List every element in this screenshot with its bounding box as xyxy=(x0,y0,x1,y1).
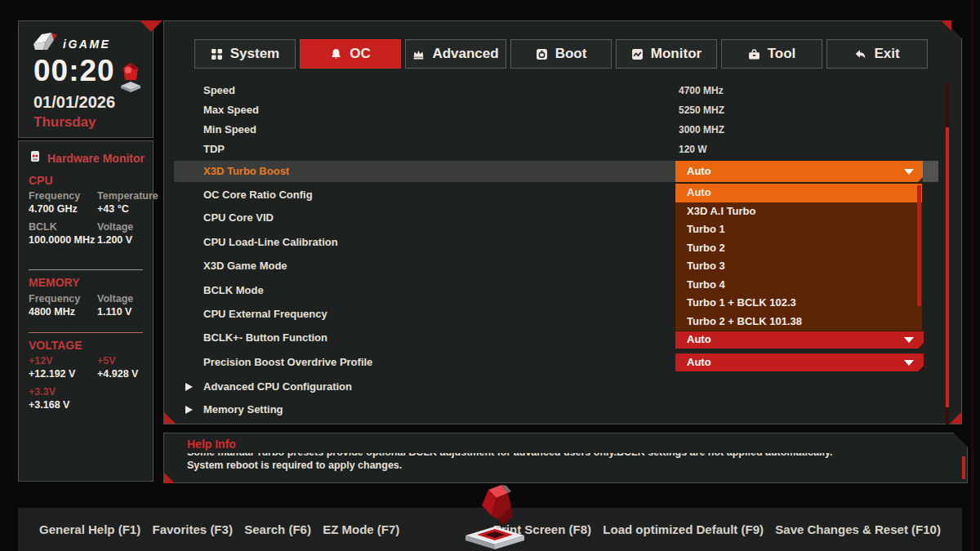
red-corner-accent xyxy=(164,473,175,483)
mem-frequency-label: Frequency xyxy=(29,293,97,304)
footer-favorites[interactable]: Favorites (F3) xyxy=(153,522,233,536)
voltage-section-title: VOLTAGE xyxy=(29,339,82,352)
submenu-label: Advanced CPU Configuration xyxy=(203,379,352,395)
dropdown-item-turbo-3[interactable]: Turbo 3 xyxy=(675,257,922,276)
clock-date: 01/01/2026 xyxy=(33,93,115,112)
dropdown-item-turbo-1[interactable]: Turbo 1 xyxy=(675,220,922,239)
red-corner-accent xyxy=(140,20,151,32)
footer-ez-mode[interactable]: EZ Mode (F7) xyxy=(323,522,399,536)
back-arrow-icon xyxy=(854,48,866,60)
monitor-chip-icon xyxy=(29,149,42,167)
setting-row-tdp[interactable]: TDP 120 W xyxy=(203,141,938,158)
select-value: Auto xyxy=(687,161,711,182)
tab-system[interactable]: System xyxy=(194,39,296,69)
setting-label: Precision Boost Overdrive Profile xyxy=(203,356,372,368)
clock-day: Thursday xyxy=(33,114,96,131)
hardware-monitor-title: Hardware Monitor xyxy=(47,152,145,165)
setting-row-min-speed[interactable]: Min Speed 3000 MHZ xyxy=(203,122,938,138)
corner-notch xyxy=(918,343,924,349)
tab-exit[interactable]: Exit xyxy=(826,39,928,69)
mem-voltage-value: 1.110 V xyxy=(97,306,148,318)
tab-oc[interactable]: OC xyxy=(300,39,401,69)
dropdown-item-turbo-2-bclk[interactable]: Turbo 2 + BCLK 101.38 xyxy=(675,313,922,331)
rail-3v3-label: +3.3V xyxy=(29,386,97,398)
setting-label: BCLK Mode xyxy=(203,284,264,296)
igame-logo: iGAME xyxy=(32,29,146,54)
arrow-right-icon xyxy=(185,406,193,414)
setting-label: BCLK+- Button Function xyxy=(203,331,327,344)
top-nav: System OC Advanced Boot Monitor Tool Exi… xyxy=(194,39,928,69)
dropdown-item-auto[interactable]: Auto xyxy=(675,184,922,202)
mem-frequency-value: 4800 MHz xyxy=(29,306,97,318)
cpu-temperature-label: Temperature xyxy=(97,190,158,202)
cpu-readings: Frequency Temperature 4.700 GHz +43 °C B… xyxy=(29,190,148,252)
select-value: Auto xyxy=(687,353,711,371)
divider xyxy=(29,269,143,270)
footer-save-reset[interactable]: Save Changes & Reset (F10) xyxy=(775,522,941,536)
select-value: Auto xyxy=(687,331,711,349)
setting-label: Speed xyxy=(203,84,235,96)
dropdown-item-turbo-1-bclk[interactable]: Turbo 1 + BCLK 102.3 xyxy=(675,294,922,313)
rail-12v-value: +12.192 V xyxy=(29,368,97,380)
bclk-button-function-select[interactable]: Auto xyxy=(675,331,924,349)
help-info-panel: Help Info Some manual Turbo presets prov… xyxy=(163,433,968,483)
setting-label: CPU Load-Line Calibration xyxy=(203,236,338,248)
setting-value: 4700 MHz xyxy=(679,82,724,99)
chart-icon xyxy=(631,48,644,60)
setting-row-x3d-turbo-boost[interactable]: X3D Turbo Boost Auto xyxy=(174,161,938,182)
tab-monitor[interactable]: Monitor xyxy=(616,39,717,69)
red-corner-accent xyxy=(941,20,951,31)
hardware-monitor-panel: Hardware Monitor CPU Frequency Temperatu… xyxy=(18,140,154,482)
dropdown-item-x3d-ai-turbo[interactable]: X3D A.I Turbo xyxy=(675,202,922,221)
cpu-temperature-value: +43 °C xyxy=(97,203,158,215)
tab-label: OC xyxy=(350,46,371,62)
igame-gem-logo xyxy=(454,483,536,551)
help-line-1: Some manual Turbo presets provide option… xyxy=(187,453,922,460)
setting-label: CPU Core VID xyxy=(203,211,274,224)
tab-label: Exit xyxy=(874,46,899,62)
clock-panel: iGAME 00:20 01/01/2026 Thursday xyxy=(18,20,154,138)
arrow-right-icon xyxy=(185,383,193,391)
tab-advanced[interactable]: Advanced xyxy=(405,39,506,69)
rail-3v3-value: +3.168 V xyxy=(29,399,97,411)
tab-boot[interactable]: Boot xyxy=(510,39,612,69)
dropdown-item-turbo-4[interactable]: Turbo 4 xyxy=(675,276,922,295)
submenu-advanced-cpu-configuration[interactable]: Advanced CPU Configuration xyxy=(164,379,938,395)
voltage-readings: +12V +5V +12.192 V +4.928 V +3.3V +3.168… xyxy=(29,355,148,417)
submenu-memory-setting[interactable]: Memory Setting xyxy=(164,402,938,418)
x3d-turbo-boost-select[interactable]: Auto xyxy=(675,161,924,182)
pbo-profile-select[interactable]: Auto xyxy=(675,353,924,371)
memory-readings: Frequency Voltage 4800 MHz 1.110 V xyxy=(29,293,148,324)
setting-label: TDP xyxy=(203,143,225,155)
footer-general-help[interactable]: General Help (F1) xyxy=(39,522,140,536)
footer-search[interactable]: Search (F6) xyxy=(244,522,311,536)
cpu-voltage-label: Voltage xyxy=(97,221,158,233)
dropdown-item-turbo-2[interactable]: Turbo 2 xyxy=(675,239,922,258)
cpu-frequency-value: 4.700 GHz xyxy=(29,203,97,215)
row-end-cap xyxy=(923,161,938,182)
toolbox-icon xyxy=(748,48,760,60)
tab-label: Tool xyxy=(768,46,796,62)
scrollbar-thumb[interactable] xyxy=(946,127,949,407)
power-icon xyxy=(536,48,548,60)
setting-label: Max Speed xyxy=(203,104,259,116)
corner-notch xyxy=(918,366,924,371)
main-content-frame: System OC Advanced Boot Monitor Tool Exi… xyxy=(163,20,962,424)
tab-tool[interactable]: Tool xyxy=(721,39,822,69)
help-info-text: Some manual Turbo presets provide option… xyxy=(187,453,922,480)
cpu-section-title: CPU xyxy=(29,174,53,187)
tab-label: System xyxy=(230,46,279,62)
setting-value: 5250 MHZ xyxy=(679,102,724,118)
setting-row-max-speed[interactable]: Max Speed 5250 MHZ xyxy=(203,102,938,118)
red-corner-accent xyxy=(950,412,961,424)
setting-label: Min Speed xyxy=(203,123,256,136)
red-corner-accent xyxy=(151,20,163,32)
cpu-bclk-value: 100.0000 MHz xyxy=(29,234,97,246)
setting-row-speed[interactable]: Speed 4700 MHz xyxy=(203,82,938,99)
rail-5v-label: +5V xyxy=(97,355,148,367)
footer-load-default[interactable]: Load optimized Default (F9) xyxy=(603,522,764,536)
dropdown-scrollbar[interactable] xyxy=(917,185,921,306)
submenu-label: Memory Setting xyxy=(203,402,283,418)
red-corner-accent xyxy=(164,412,176,424)
red-accent xyxy=(962,456,965,479)
